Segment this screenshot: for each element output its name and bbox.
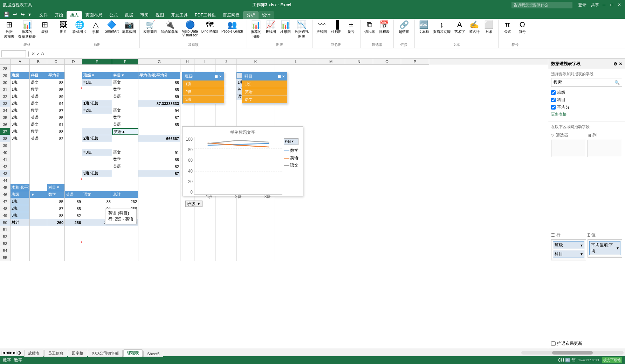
field-kemu-check[interactable]: [551, 98, 556, 102]
row-29[interactable]: 29: [0, 72, 11, 79]
row-50[interactable]: 50: [0, 219, 11, 226]
field-banjie-check[interactable]: [551, 90, 556, 95]
tab-view[interactable]: 视图: [152, 11, 167, 19]
cell-c43[interactable]: [47, 170, 65, 177]
cell-c30[interactable]: 88: [47, 79, 65, 86]
cell-c35[interactable]: 85: [47, 114, 65, 121]
cell-d32[interactable]: [65, 93, 82, 100]
sparkline-bar-btn[interactable]: ▐ 柱形图: [329, 20, 343, 35]
cell-a48[interactable]: 2班: [11, 205, 30, 212]
col-header-h[interactable]: H: [180, 59, 194, 65]
cell-b47[interactable]: [30, 198, 47, 205]
cell-h53[interactable]: [180, 240, 194, 247]
cell-a37[interactable]: 3班: [11, 128, 30, 135]
cell-e37[interactable]: [82, 128, 112, 135]
row-52[interactable]: 52: [0, 233, 11, 240]
cell-g54[interactable]: [138, 247, 180, 254]
h-scrollbar-track[interactable]: [521, 351, 624, 355]
tab-home[interactable]: 开始: [51, 11, 67, 19]
cell-g39[interactable]: [138, 142, 180, 149]
cell-b49[interactable]: [30, 212, 47, 219]
cell-d41[interactable]: [65, 156, 82, 163]
cell-h35[interactable]: [180, 114, 194, 121]
cell-e47[interactable]: 88: [82, 198, 112, 205]
field-pingjunfen-check[interactable]: [551, 105, 556, 110]
cell-g33[interactable]: 87.33333333: [138, 100, 180, 107]
cell-i51[interactable]: [194, 226, 215, 233]
cell-a31[interactable]: 1班: [11, 86, 30, 93]
cell-a34[interactable]: 2班: [11, 107, 30, 114]
cell-g41[interactable]: 88: [138, 156, 180, 163]
chart-container[interactable]: 举例标题文字 100806040200: [182, 126, 303, 196]
cell-e41[interactable]: [82, 156, 112, 163]
cell-b43[interactable]: [30, 170, 47, 177]
cell-h50[interactable]: [180, 219, 194, 226]
row-36[interactable]: 36: [0, 121, 11, 128]
cell-c47[interactable]: 85: [47, 198, 65, 205]
col-header-j[interactable]: J: [215, 59, 236, 65]
slicer-banjie[interactable]: 班级 ☰ ✕ 1班 2班 3班: [182, 72, 224, 104]
cell-k52[interactable]: [236, 233, 275, 240]
chart-filter-label[interactable]: 科目▼: [284, 138, 298, 145]
cell-g44[interactable]: [138, 177, 180, 184]
cell-a47[interactable]: 1班: [11, 198, 30, 205]
tab-baidu[interactable]: 百度网盘: [219, 11, 243, 19]
row-34[interactable]: 34: [0, 107, 11, 114]
cell-e30[interactable]: =1班: [82, 79, 112, 86]
custom-btn[interactable]: ▾: [28, 11, 32, 18]
cell-d55[interactable]: [65, 254, 82, 261]
cell-h54[interactable]: [180, 247, 194, 254]
cell-a32[interactable]: 1班: [11, 93, 30, 100]
cell-b38[interactable]: 英语: [30, 135, 47, 142]
cell-a46[interactable]: 班级: [11, 191, 30, 198]
cell-d36[interactable]: [65, 121, 82, 128]
tab-formula[interactable]: 公式: [106, 11, 121, 19]
col-header-a[interactable]: A: [11, 59, 30, 65]
col-header-n[interactable]: N: [345, 59, 373, 65]
cell-d54[interactable]: [65, 247, 82, 254]
cell-j35[interactable]: [215, 114, 236, 121]
row-41[interactable]: 41: [0, 156, 11, 163]
restore-btn[interactable]: □: [609, 2, 614, 8]
cell-g32[interactable]: 89: [138, 93, 180, 100]
cell-e31[interactable]: [82, 86, 112, 93]
field-kemu[interactable]: 科目: [551, 96, 622, 104]
cell-e33[interactable]: 1班 汇总: [82, 100, 112, 107]
cell-e28[interactable]: [82, 65, 112, 72]
cell-f41[interactable]: 数学: [112, 156, 138, 163]
cell-f28[interactable]: [112, 65, 138, 72]
h-scrollbar-thumb[interactable]: [552, 351, 593, 355]
cell-f55[interactable]: [112, 254, 138, 261]
col-header-g[interactable]: G: [138, 59, 180, 65]
col-header-k[interactable]: K: [236, 59, 275, 65]
cell-a38[interactable]: 3班: [11, 135, 30, 142]
cell-i34[interactable]: [194, 107, 215, 114]
cell-reference[interactable]: F37: [1, 50, 26, 57]
value-zone-item[interactable]: 平均值项:平均... ▾: [589, 241, 621, 255]
slicer-item-1ban[interactable]: 1班: [183, 80, 224, 88]
cell-e51[interactable]: [82, 226, 112, 233]
row-zone-item-banjie[interactable]: 班级 ▾: [553, 241, 584, 249]
cell-c33[interactable]: 94: [47, 100, 65, 107]
cell-a49[interactable]: 3班: [11, 212, 30, 219]
cell-d38[interactable]: [65, 135, 82, 142]
row-39[interactable]: 39: [0, 142, 11, 149]
cell-h52[interactable]: [180, 233, 194, 240]
textbox-btn[interactable]: 🔤 文本框: [417, 20, 431, 35]
row-31[interactable]: 31: [0, 86, 11, 93]
cell-e38[interactable]: 2班 汇总: [82, 135, 112, 142]
cell-f36[interactable]: 英语: [112, 121, 138, 128]
screenshot-btn[interactable]: 📷 屏幕截图: [121, 20, 137, 35]
cell-b31[interactable]: 数学: [30, 86, 47, 93]
row-43[interactable]: 43: [0, 170, 11, 177]
cell-g50[interactable]: [138, 219, 180, 226]
cell-f53[interactable]: [112, 240, 138, 247]
cell-e46[interactable]: 语文: [82, 191, 112, 198]
cell-i49[interactable]: [194, 212, 215, 219]
cell-k55[interactable]: [236, 254, 275, 261]
cell-c44[interactable]: [47, 177, 65, 184]
cell-h55[interactable]: [180, 254, 194, 261]
cell-b46[interactable]: ▼: [30, 191, 47, 198]
cell-e34[interactable]: =2班: [82, 107, 112, 114]
cell-k50[interactable]: [236, 219, 275, 226]
